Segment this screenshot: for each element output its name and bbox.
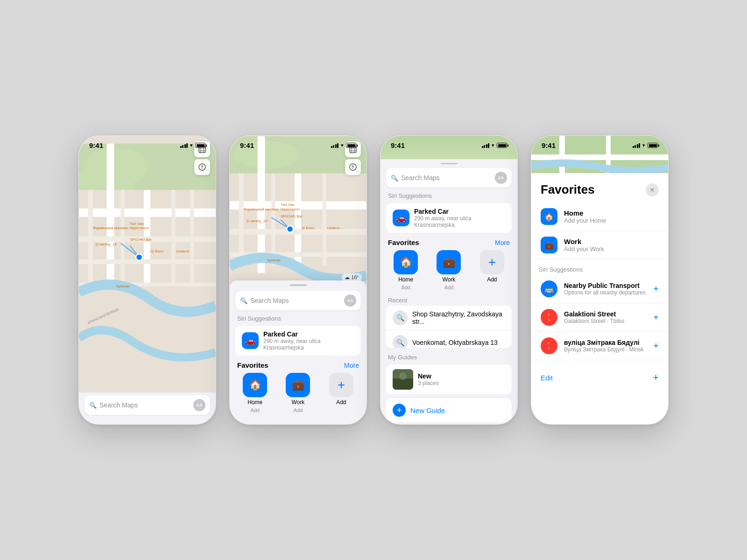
avatar-btn-1[interactable]: AA <box>193 399 205 411</box>
recent-text-1: Shop Starazhytny, Zavodskaya str... <box>412 310 505 325</box>
status-icons-4: ▾ <box>633 142 658 148</box>
bottom-sheet-2: 🔍 Search Maps AA Siri Suggestions 🚗 Park… <box>230 280 366 424</box>
fav-home-icon-2: 🏠 <box>243 373 267 397</box>
favorites-header-2: Favorites More <box>230 357 366 371</box>
suggestion-subtitle-3: 290 m away, near ulica Krasnoarmejska <box>414 215 505 228</box>
svg-text:Фирменный магазин «Кристалл»: Фирменный магазин «Кристалл» <box>244 207 301 211</box>
vulitsa-text-4: вулiца Змiтрака Бядулi Вулiца Змiтрака Б… <box>564 339 647 353</box>
fav-add-label-3: Add <box>487 276 497 283</box>
fav-work-item-4[interactable]: 💼 Work Add your Work <box>531 231 668 259</box>
siri-label-4: Siri Suggestions <box>531 263 668 275</box>
battery-icon-4 <box>648 143 658 148</box>
add-btn-4[interactable]: + <box>653 371 659 384</box>
svg-rect-30 <box>295 174 301 266</box>
map-area-1[interactable]: Фирменный магазин «Кристалл» Тан Чао ◎ v… <box>79 136 216 392</box>
main-sheet-3: 🔍 Search Maps AA Siri Suggestions 🚗 Park… <box>381 159 517 424</box>
svg-rect-7 <box>79 259 216 264</box>
status-icons-1: ▾ <box>180 142 206 148</box>
pull-handle-2 <box>290 284 307 286</box>
svg-rect-11 <box>172 190 176 283</box>
recent-icon-1: 🔍 <box>393 310 408 325</box>
fav-home-3[interactable]: 🏠 Home Add <box>386 250 425 290</box>
search-container-2: 🔍 Search Maps AA <box>230 288 366 312</box>
fav-work-icon-3: 💼 <box>437 250 461 274</box>
battery-icon-2 <box>346 143 356 148</box>
siri-item-vulitsa-4[interactable]: 📍 вулiца Змiтрака Бядулi Вулiца Змiтрака… <box>531 332 668 360</box>
guide-card-3[interactable]: New 3 places <box>386 364 512 394</box>
search-icon-1: 🔍 <box>89 402 97 409</box>
more-btn-2[interactable]: More <box>344 362 359 369</box>
close-btn-4[interactable]: ✕ <box>646 183 659 196</box>
map-area-2[interactable]: Фирменный магазин «Кристалл» Тан Чао ◎ v… <box>230 136 366 285</box>
galaktioni-sub-4: Galaktioni Street · Tbilisi <box>564 318 647 324</box>
avatar-btn-2[interactable]: AA <box>344 294 356 307</box>
recent-item-1[interactable]: 🔍 Shop Starazhytny, Zavodskaya str... <box>386 306 512 330</box>
signal-icon-4 <box>633 143 641 148</box>
search-bar-3[interactable]: 🔍 Search Maps AA <box>386 168 512 188</box>
svg-point-38 <box>287 226 293 232</box>
svg-rect-9 <box>88 190 93 283</box>
panel-footer-4: Edit + <box>531 364 668 391</box>
fav-work-label-2: Work <box>292 399 305 406</box>
signal-icon-2 <box>331 143 339 148</box>
suggestion-subtitle-2: 290 m away, near ulica Krasnoarmejska <box>263 338 354 351</box>
fav-work-icon-4: 💼 <box>541 237 557 253</box>
galaktioni-add-btn-4[interactable]: + <box>653 312 659 323</box>
pull-handle-3 <box>441 163 458 164</box>
svg-text:Хулиган: Хулиган <box>267 258 281 262</box>
transport-add-btn-4[interactable]: + <box>653 284 659 294</box>
compass-button-1[interactable] <box>194 159 210 175</box>
suggestion-card-3[interactable]: 🚗 Parked Car 290 m away, near ulica Kras… <box>386 203 512 233</box>
vulitsa-add-btn-4[interactable]: + <box>653 341 659 351</box>
status-time-3: 9:41 <box>391 141 405 149</box>
recent-item-2[interactable]: 🔍 Voenkomat, Oktyabrskaya 13 <box>386 330 512 348</box>
fav-work-2[interactable]: 💼 Work Add <box>278 373 317 413</box>
map-top-4: 9:41 ▾ <box>531 136 668 173</box>
search-placeholder-1: Search Maps <box>99 401 190 409</box>
transport-icon-4: 🚌 <box>541 280 557 297</box>
status-time-2: 9:41 <box>240 141 254 149</box>
vulitsa-sub-4: Вулiца Змiтрака Бядулi · Minsk <box>564 346 647 353</box>
fav-home-2[interactable]: 🏠 Home Add <box>235 373 275 413</box>
wifi-icon-2: ▾ <box>341 142 344 148</box>
search-container-3: 🔍 Search Maps AA <box>381 166 517 189</box>
siri-item-galaktioni-4[interactable]: 📍 Galaktioni Street Galaktioni Street · … <box>531 303 668 332</box>
more-btn-3[interactable]: More <box>495 239 510 246</box>
status-icons-2: ▾ <box>331 142 357 148</box>
suggestion-card-2[interactable]: 🚗 Parked Car 290 m away, near ulica Kras… <box>235 326 361 356</box>
search-bar-1[interactable]: 🔍 Search Maps AA <box>85 395 210 415</box>
phone-4: 9:41 ▾ <box>531 135 669 425</box>
edit-btn-4[interactable]: Edit <box>541 374 553 382</box>
status-bar-4: 9:41 ▾ <box>531 136 668 151</box>
suggestion-title-3: Parked Car <box>414 208 505 215</box>
svg-rect-52 <box>531 154 669 160</box>
fav-add-3[interactable]: + Add <box>472 250 512 290</box>
svg-text:SPICHKI Bar: SPICHKI Bar <box>281 214 303 218</box>
fav-home-item-4[interactable]: 🏠 Home Add your Home <box>531 203 668 231</box>
compass-button-2[interactable] <box>345 159 361 175</box>
fav-add-2[interactable]: + Add <box>322 373 361 413</box>
new-guide-btn-3[interactable]: + New Guide <box>386 398 512 422</box>
svg-text:Underd...: Underd... <box>327 226 343 230</box>
vulitsa-icon-4: 📍 <box>541 337 557 354</box>
fav-home-sub-2: Add <box>250 407 260 413</box>
recent-text-2: Voenkomat, Oktyabrskaya 13 <box>412 339 498 346</box>
transport-title-4: Nearby Public Transport <box>564 282 647 289</box>
siri-item-transport-4[interactable]: 🚌 Nearby Public Transport Options for al… <box>531 275 668 303</box>
search-bar-2[interactable]: 🔍 Search Maps AA <box>235 291 361 310</box>
svg-rect-49 <box>393 378 413 390</box>
galaktioni-title-4: Galaktioni Street <box>564 310 647 318</box>
panel-header-4: Favorites ✕ <box>531 173 668 203</box>
phone-2: 9:41 ▾ <box>229 135 367 425</box>
svg-text:◎ Enzo: ◎ Enzo <box>151 249 164 253</box>
siri-label-2: Siri Suggestions <box>230 312 366 324</box>
guide-title-3: New <box>418 372 439 380</box>
search-placeholder-3: Search Maps <box>401 174 492 182</box>
search-bottom-1: 🔍 Search Maps AA <box>79 392 216 424</box>
svg-text:Хулиган: Хулиган <box>116 284 130 288</box>
avatar-btn-3[interactable]: AA <box>495 172 507 184</box>
suggestion-icon-2: 🚗 <box>242 332 259 349</box>
favorites-label-3: Favorites <box>388 238 419 246</box>
fav-work-3[interactable]: 💼 Work Add <box>429 250 468 290</box>
phone-3: 9:41 ▾ <box>380 135 518 425</box>
